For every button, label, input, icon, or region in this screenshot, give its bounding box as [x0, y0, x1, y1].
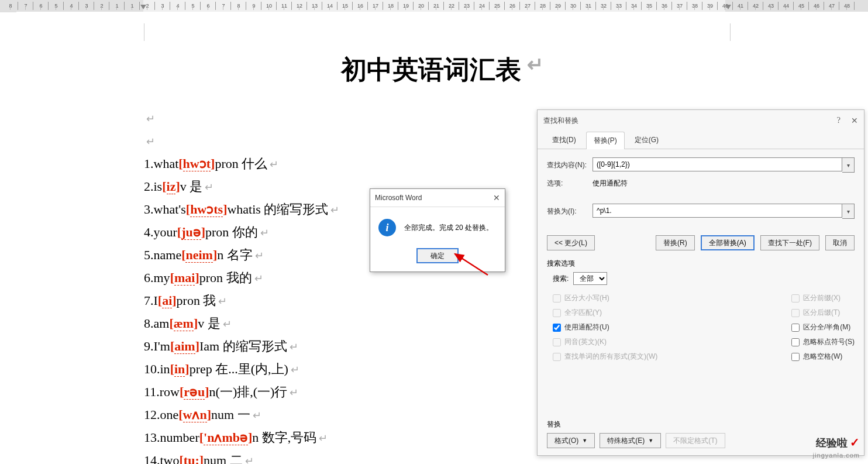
check-whole-word: 全字匹配(Y) [553, 308, 657, 318]
check-prefix: 区分前缀(X) [791, 293, 855, 303]
check-ignore-space[interactable]: 忽略空格(W) [791, 352, 855, 362]
format-button[interactable]: 格式(O)▼ [547, 433, 595, 448]
paragraph-mark-icon: ↵ [527, 53, 543, 75]
find-input[interactable] [593, 157, 842, 171]
dialog-title: 查找和替换 [543, 116, 578, 126]
dialog-titlebar[interactable]: 查找和替换 ? ✕ [538, 110, 864, 131]
close-icon[interactable]: ✕ [851, 116, 858, 125]
replace-button[interactable]: 替换(R) [656, 235, 695, 250]
replace-all-button[interactable]: 全部替换(A) [701, 235, 755, 250]
find-next-button[interactable]: 查找下一处(F) [760, 235, 819, 250]
search-direction-label: 搜索: [553, 274, 569, 284]
search-direction-select[interactable]: 全部 [573, 272, 607, 285]
options-value: 使用通配符 [593, 178, 628, 188]
replace-label: 替换为(I): [547, 207, 593, 216]
find-label: 查找内容(N): [547, 160, 593, 170]
find-replace-dialog: 查找和替换 ? ✕ 查找(D) 替换(P) 定位(G) 查找内容(N): ▾ 选… [537, 109, 864, 456]
check-sounds-like: 同音(英文)(K) [553, 337, 657, 347]
horizontal-ruler: 8765432112345678910111213141516171819202… [0, 0, 868, 12]
message-text: 全部完成。完成 20 处替换。 [404, 223, 493, 233]
chevron-down-icon[interactable]: ▾ [842, 204, 855, 219]
dialog-tabs: 查找(D) 替换(P) 定位(G) [538, 131, 864, 149]
replace-input[interactable] [593, 204, 842, 218]
check-word-forms: 查找单词的所有形式(英文)(W) [553, 352, 657, 362]
watermark: 经验啦 ✓ jingyanla.com [813, 435, 860, 459]
close-icon[interactable]: ✕ [493, 193, 500, 202]
replace-section-label: 替换 [547, 420, 725, 429]
check-full-half[interactable]: 区分全/半角(M) [791, 322, 855, 332]
check-ignore-punct[interactable]: 忽略标点符号(S) [791, 337, 855, 347]
check-match-case: 区分大小写(H) [553, 293, 657, 303]
less-button[interactable]: << 更少(L) [547, 235, 595, 250]
tab-replace[interactable]: 替换(P) [586, 132, 625, 149]
title-text: 初中英语词汇表 [341, 55, 521, 84]
message-titlebar[interactable]: Microsoft Word ✕ [370, 189, 505, 207]
page-title: 初中英语词汇表↵ [16, 53, 868, 87]
margin-guide-right [730, 23, 731, 41]
special-format-button[interactable]: 特殊格式(E)▼ [600, 433, 661, 448]
info-icon: i [378, 219, 396, 236]
margin-guide-left [144, 23, 144, 41]
no-format-button: 不限定格式(T) [666, 433, 725, 448]
cancel-button[interactable]: 取消 [825, 235, 855, 250]
options-label: 选项: [547, 178, 593, 188]
message-dialog: Microsoft Word ✕ i 全部完成。完成 20 处替换。 确定 [370, 188, 505, 272]
chevron-down-icon[interactable]: ▾ [842, 157, 855, 173]
ok-button[interactable]: 确定 [416, 248, 459, 263]
check-suffix: 区分后缀(T) [791, 308, 855, 318]
check-wildcards[interactable]: 使用通配符(U) [553, 322, 657, 332]
tab-goto[interactable]: 定位(G) [627, 131, 666, 149]
search-options-label: 搜索选项 [547, 259, 855, 269]
ruler-indent-right-icon[interactable] [725, 5, 731, 9]
ruler-indent-left-icon[interactable] [140, 5, 146, 9]
help-icon[interactable]: ? [837, 116, 841, 125]
message-title: Microsoft Word [375, 194, 422, 202]
tab-find[interactable]: 查找(D) [545, 131, 584, 149]
